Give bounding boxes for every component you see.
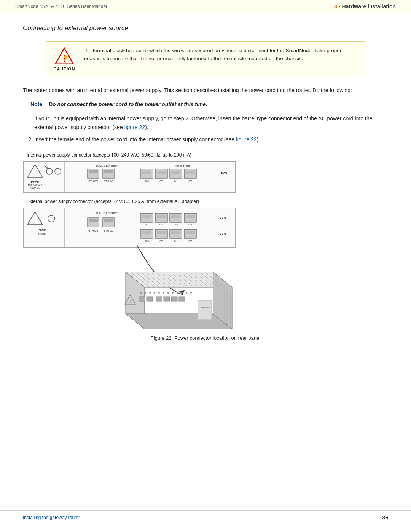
step-1: If your unit is equipped with an interna… (34, 114, 388, 131)
svg-point-116 (167, 292, 169, 294)
svg-text:!: ! (34, 217, 36, 224)
internal-diagram-wrapper: Internal power supply connector (accepts… (23, 152, 388, 195)
svg-rect-106 (156, 297, 162, 301)
diagrams-section: Internal power supply connector (accepts… (23, 152, 388, 352)
svg-rect-50 (142, 215, 151, 218)
svg-rect-54 (171, 215, 180, 218)
svg-text:12VDC: 12VDC (38, 233, 46, 235)
svg-rect-109 (179, 297, 185, 301)
svg-text:50/60 Hz: 50/60 Hz (30, 187, 40, 190)
svg-text:ETH 0/1: ETH 0/1 (88, 180, 98, 182)
figure-caption: Figure 22. Power connector location on r… (23, 335, 388, 341)
step-2: Insert the female end of the power cord … (34, 135, 388, 144)
external-diagram-wrapper: External power supply connector (accepts… (23, 199, 236, 329)
svg-rect-108 (171, 297, 177, 301)
svg-point-113 (154, 292, 155, 294)
step-2-after: ). (256, 136, 260, 142)
svg-point-112 (149, 292, 151, 294)
page: SmartNode 4520 & 4110 Series User Manual… (0, 0, 411, 532)
svg-rect-67 (171, 231, 180, 234)
svg-text:0/6: 0/6 (159, 223, 163, 226)
arrow-3d-container: ! (23, 241, 236, 329)
svg-point-119 (181, 292, 183, 294)
svg-point-110 (140, 292, 142, 294)
svg-point-121 (190, 292, 192, 294)
svg-text:0/7: 0/7 (145, 223, 149, 226)
internal-power-svg: ! Power 100-240 VAC 50/60 Hz 10/100 Ethe… (23, 161, 236, 195)
external-caption-top: External power supply connector (accepts… (27, 199, 236, 204)
footer: Installing the gateway router 36 (0, 510, 411, 521)
svg-text:⚡: ⚡ (62, 53, 71, 62)
svg-rect-16 (89, 170, 98, 173)
footer-left: Installing the gateway router (23, 515, 80, 520)
svg-text:FXS: FXS (219, 232, 226, 236)
svg-text:Voice Ports: Voice Ports (175, 164, 190, 168)
steps-list: If your unit is equipped with an interna… (34, 114, 388, 144)
footer-page-number: 36 (382, 514, 388, 521)
svg-point-118 (177, 292, 178, 294)
svg-rect-107 (164, 297, 170, 301)
header-bar: SmartNode 4520 & 4110 Series User Manual… (0, 0, 411, 13)
step-2-text: Insert the female end of the power cord … (34, 136, 236, 142)
svg-marker-79 (126, 314, 232, 329)
svg-text:FXS: FXS (220, 171, 227, 175)
svg-rect-46 (104, 219, 113, 222)
arrow-3d-svg: ! (23, 241, 236, 329)
svg-rect-52 (157, 215, 166, 218)
svg-rect-3 (24, 161, 235, 193)
svg-point-120 (186, 292, 187, 294)
internal-caption-top: Internal power supply connector (accepts… (27, 152, 388, 158)
note-text: Do not connect the power cord to the pow… (49, 101, 207, 107)
header-left: SmartNode 4520 & 4110 Series User Manual (15, 4, 107, 9)
external-section: External power supply connector (accepts… (23, 199, 388, 329)
svg-text:10/100 Ethernet: 10/100 Ethernet (96, 164, 118, 168)
svg-text:FXS: FXS (219, 216, 226, 220)
body-text: The router comes with an internal or ext… (23, 86, 388, 94)
caution-triangle-icon: ! ⚡ (54, 47, 74, 65)
svg-text:ETH 0/0: ETH 0/0 (104, 229, 113, 232)
svg-text:SmartNode: SmartNode (200, 306, 210, 308)
caution-box: ! ⚡ CAUTION The terminal block header to… (46, 41, 365, 77)
svg-rect-63 (142, 231, 151, 234)
svg-text:0/3: 0/3 (145, 180, 149, 182)
step-1-link[interactable]: figure 22 (124, 124, 145, 130)
caution-text: The terminal block header to which the w… (83, 47, 358, 63)
note-label: Note (30, 101, 45, 107)
section-title: Connecting to external power source (23, 24, 388, 32)
svg-point-115 (163, 292, 164, 294)
caution-icon-wrap: ! ⚡ CAUTION (53, 47, 76, 71)
svg-point-117 (172, 292, 174, 294)
svg-rect-69 (186, 231, 195, 234)
header-right: 3 • Hardware installation (334, 3, 396, 10)
svg-text:!: ! (130, 299, 131, 304)
svg-text:0/2: 0/2 (159, 180, 163, 182)
svg-rect-44 (89, 219, 98, 222)
step-2-link[interactable]: figure 22 (236, 136, 256, 142)
svg-text:!: ! (34, 170, 36, 176)
svg-rect-23 (142, 171, 151, 174)
svg-rect-104 (139, 297, 145, 301)
svg-text:0/1: 0/1 (174, 180, 178, 182)
svg-point-111 (145, 292, 146, 294)
svg-text:Power: Power (38, 228, 46, 231)
svg-text:10/100 Ethernet: 10/100 Ethernet (96, 211, 118, 215)
svg-rect-122 (198, 300, 212, 320)
header-title: Hardware installation (342, 3, 396, 10)
svg-rect-18 (104, 170, 113, 173)
step-1-text: If your unit is equipped with an interna… (34, 115, 372, 130)
svg-rect-56 (186, 215, 195, 218)
svg-text:0/4: 0/4 (188, 223, 192, 226)
svg-rect-65 (157, 231, 166, 234)
step-1-after: ). (145, 124, 148, 130)
svg-rect-105 (147, 297, 153, 301)
svg-text:0/0: 0/0 (188, 180, 192, 182)
svg-point-114 (158, 292, 160, 294)
svg-rect-29 (186, 171, 195, 174)
header-bullet: • (339, 3, 341, 10)
main-content: Connecting to external power source ! ⚡ … (0, 24, 411, 375)
svg-text:100-240 VAC: 100-240 VAC (28, 184, 43, 187)
svg-text:0/5: 0/5 (174, 223, 178, 226)
svg-rect-27 (171, 171, 180, 174)
caution-label: CAUTION (53, 67, 75, 71)
svg-rect-25 (157, 171, 166, 174)
